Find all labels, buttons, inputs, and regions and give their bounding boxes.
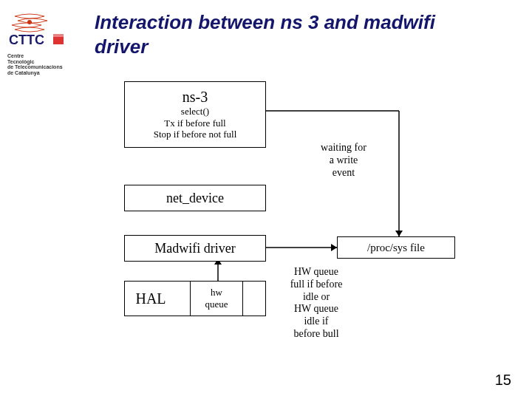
label-waiting: waiting for a write event	[310, 142, 377, 179]
svg-text:CTTC: CTTC	[9, 33, 44, 47]
box-netdevice: net_device	[124, 185, 266, 211]
label-hw-state: HW queue full if before idle or HW queue…	[279, 266, 353, 341]
proc-title: /proc/sys file	[367, 241, 425, 254]
diagram: ns-3 select() Tx if before full Stop if …	[89, 81, 458, 362]
ns3-line3: Stop if before not full	[154, 129, 237, 140]
cttc-logo-graphic: CTTC	[7, 10, 81, 49]
ns3-line1: select()	[181, 106, 209, 117]
hal-title: HAL	[125, 290, 177, 307]
box-ns3: ns-3 select() Tx if before full Stop if …	[124, 81, 266, 148]
netdevice-title: net_device	[166, 191, 224, 206]
svg-point-0	[27, 20, 32, 24]
logo-subtext: Centre Tecnològic de Telecomunicacions d…	[7, 53, 81, 76]
hw-queue-l1: hw	[211, 287, 222, 299]
box-hal: HAL hw queue	[124, 281, 266, 316]
ns3-line2: Tx if before full	[164, 117, 225, 129]
box-madwifi: Madwifi driver	[124, 235, 266, 262]
ns3-title: ns-3	[183, 89, 208, 106]
svg-rect-3	[53, 34, 64, 37]
hw-queue-box: hw queue	[190, 282, 243, 316]
page-number: 15	[495, 372, 511, 389]
svg-marker-8	[331, 244, 337, 251]
logo: CTTC Centre Tecnològic de Telecomunicaci…	[7, 10, 81, 76]
box-proc: /proc/sys file	[337, 236, 455, 259]
hw-queue-l2: queue	[205, 299, 228, 310]
svg-marker-6	[395, 231, 403, 236]
madwifi-title: Madwifi driver	[154, 241, 235, 256]
slide-title: Interaction between ns 3 and madwifi dri…	[95, 10, 449, 58]
